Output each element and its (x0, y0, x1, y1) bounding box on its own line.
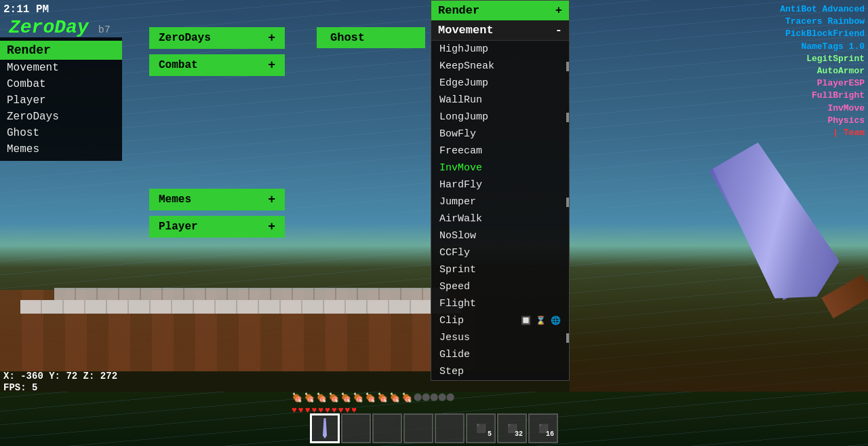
left-sidebar: Render Movement Combat Player ZeroDays G… (0, 37, 122, 161)
hunger-icon-8: 🍖 (377, 392, 388, 403)
hotbar-slot-3[interactable] (372, 413, 402, 443)
movement-section-title[interactable]: Movement - (431, 20, 569, 41)
movement-item-jumper[interactable]: Jumper (431, 193, 569, 210)
hud-topleft: 2:11 PM ZeroDay b7 (3, 3, 111, 39)
movement-item-glide[interactable]: Glide (431, 346, 569, 363)
player-button[interactable]: Player + (149, 216, 285, 238)
hotbar-slot-8[interactable]: ⬛ 16 (528, 413, 558, 443)
client-version: b7 (98, 24, 111, 36)
movement-item-step[interactable]: Step (431, 363, 569, 380)
slot6-count: 5 (488, 430, 492, 438)
zerodays-button[interactable]: ZeroDays + (149, 27, 285, 49)
heart-1: ♥ (292, 405, 297, 415)
category-buttons: ZeroDays + Combat + (149, 27, 285, 76)
hunger-icon-1: 🍖 (292, 392, 302, 403)
client-title: ZeroDay (3, 16, 94, 39)
movement-item-wallrun[interactable]: WallRun (431, 92, 569, 109)
scrollbar-marker2 (566, 113, 569, 122)
hud-topright-modules: AntiBot Advanced Tracers Rainbow PickBlo… (780, 3, 865, 139)
module-team: | Team (780, 127, 865, 139)
module-playeresp: PlayerESP (780, 77, 865, 90)
hotbar-slot-7[interactable]: ⬛ 32 (497, 413, 527, 443)
combat-button[interactable]: Combat + (149, 54, 285, 76)
movement-item-ccfly[interactable]: CCFly (431, 244, 569, 261)
movement-item-noslow[interactable]: NoSlow (431, 227, 569, 244)
heart-2: ♥ (298, 405, 304, 415)
module-physics: Physics (780, 115, 865, 127)
hotbar-slot-1[interactable] (310, 413, 340, 443)
movement-item-freecam[interactable]: Freecam (431, 143, 569, 160)
scrollbar-marker1 (566, 62, 569, 71)
hunger-icon-3: 🍖 (316, 392, 327, 403)
movement-item-edgejump[interactable]: EdgeJump (431, 75, 569, 92)
sidebar-item-movement[interactable]: Movement (0, 60, 122, 76)
hunger-icon-10: 🍖 (401, 392, 412, 403)
module-tracers: Tracers Rainbow (780, 16, 865, 28)
lower-category-buttons: Memes + Player + (149, 189, 285, 238)
scrollbar-marker4 (566, 333, 569, 343)
module-fullbright: FullBright (780, 90, 865, 102)
slot6-icon: ⬛ (476, 424, 486, 434)
hunger-bar: 🍖 🍖 🍖 🍖 🍖 🍖 🍖 🍖 🍖 🍖 ⬤⬤⬤⬤⬤ (292, 392, 454, 403)
movement-item-flight[interactable]: Flight (431, 295, 569, 312)
sidebar-item-combat[interactable]: Combat (0, 76, 122, 92)
movement-item-hardfly[interactable]: HardFly (431, 176, 569, 193)
module-pickblock: PickBlockFriend (780, 28, 865, 40)
module-nametags: NameTags 1.0 (780, 41, 865, 53)
time-display: 2:11 PM (3, 3, 111, 16)
movement-item-airwalk[interactable]: AirWalk (431, 210, 569, 227)
movement-item-jesus[interactable]: Jesus (431, 329, 569, 346)
hotbar-slot-6[interactable]: ⬛ 5 (466, 413, 496, 443)
clip-icons: 🔲 ⌛ 🌐 (521, 316, 561, 326)
movement-item-sprint[interactable]: Sprint (431, 261, 569, 278)
hotbar-slot-2[interactable] (341, 413, 371, 443)
sidebar-item-zerodays[interactable]: ZeroDays (0, 109, 122, 125)
movement-item-clip[interactable]: Clip 🔲 ⌛ 🌐 (431, 312, 569, 329)
hunger-icon-7: 🍖 (365, 392, 376, 403)
module-invmove: InvMove (780, 103, 865, 115)
slot8-count: 16 (546, 430, 554, 438)
hotbar-slot-4[interactable] (403, 413, 433, 443)
memes-button[interactable]: Memes + (149, 189, 285, 210)
module-antibot: AntiBot Advanced (780, 3, 865, 16)
hunger-icon-6: 🍖 (353, 392, 363, 403)
hunger-dots: ⬤⬤⬤⬤⬤ (414, 392, 454, 403)
movement-item-highjump[interactable]: HighJump (431, 41, 569, 58)
movement-item-speed[interactable]: Speed (431, 278, 569, 295)
hunger-icon-4: 🍖 (328, 392, 339, 403)
sword-item (315, 418, 335, 439)
player-hand (604, 127, 868, 412)
movement-item-longjump[interactable]: LongJump (431, 109, 569, 126)
hotbar-slot-5[interactable] (435, 413, 465, 443)
sidebar-item-player[interactable]: Player (0, 92, 122, 109)
ghost-button[interactable]: Ghost (317, 27, 425, 48)
slot7-count: 32 (515, 430, 523, 438)
module-legitsprint: LegitSprint (780, 53, 865, 65)
render-dropdown-header[interactable]: Render + (431, 1, 569, 20)
hunger-icon-5: 🍖 (340, 392, 351, 403)
hunger-icon-9: 🍖 (389, 392, 400, 403)
coordinates-display: X: -360 Y: 72 Z: 272 (3, 371, 117, 382)
sidebar-item-memes[interactable]: Memes (0, 141, 122, 157)
movement-dropdown: Render + Movement - HighJump KeepSneak E… (431, 0, 570, 381)
movement-item-invmove[interactable]: InvMove (431, 160, 569, 176)
fps-display: FPS: 5 (3, 382, 37, 393)
scrollbar-marker3 (566, 198, 569, 207)
movement-item-bowfly[interactable]: BowFly (431, 126, 569, 143)
module-autoarmor: AutoArmor (780, 65, 865, 77)
sidebar-item-render[interactable]: Render (0, 41, 122, 60)
sidebar-item-ghost[interactable]: Ghost (0, 125, 122, 141)
hunger-icon-2: 🍖 (304, 392, 315, 403)
hotbar: ⬛ 5 ⬛ 32 ⬛ 16 (310, 413, 558, 443)
movement-item-keepsneak[interactable]: KeepSneak (431, 58, 569, 75)
status-bars: 🍖 🍖 🍖 🍖 🍖 🍖 🍖 🍖 🍖 🍖 ⬤⬤⬤⬤⬤ ♥ ♥ ♥ ♥ ♥ ♥ ♥ … (292, 392, 454, 415)
